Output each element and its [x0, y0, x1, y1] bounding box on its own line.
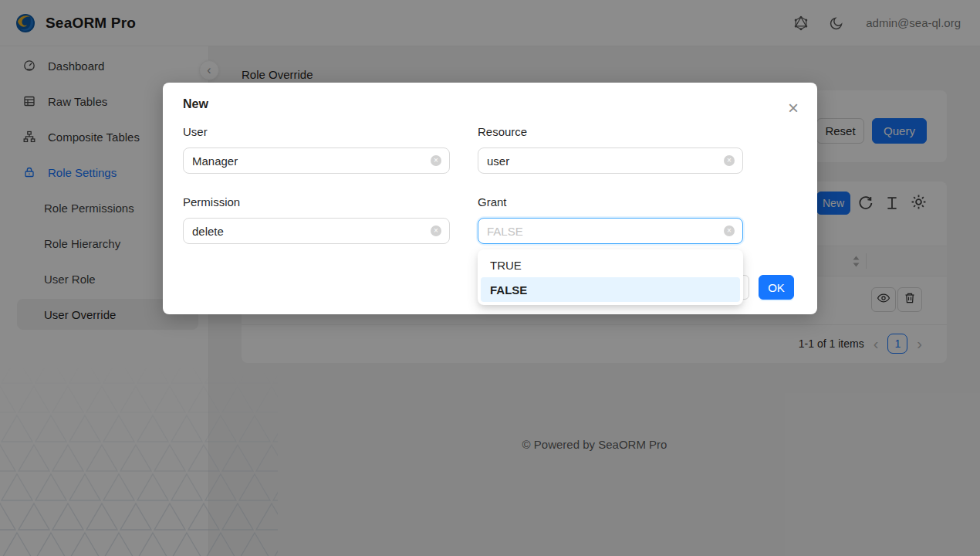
permission-field-wrap: × — [183, 218, 450, 244]
grant-field-label: Grant — [478, 195, 507, 208]
modal-title: New — [183, 97, 208, 111]
clear-circle-icon[interactable]: × — [431, 155, 441, 166]
permission-field[interactable] — [183, 218, 450, 244]
resource-field-wrap: × — [478, 147, 743, 174]
user-field[interactable] — [183, 147, 450, 174]
clear-circle-icon[interactable]: × — [431, 225, 441, 236]
user-field-wrap: × — [183, 147, 450, 174]
grant-field[interactable] — [478, 218, 743, 244]
new-record-modal: New × User Resource × × Permission Grant… — [163, 83, 817, 314]
clear-circle-icon[interactable]: × — [724, 155, 735, 166]
permission-field-label: Permission — [183, 195, 240, 208]
dropdown-option-true[interactable]: TRUE — [481, 253, 740, 277]
clear-circle-icon[interactable]: × — [724, 225, 735, 236]
resource-field[interactable] — [478, 147, 743, 174]
resource-field-label: Resource — [478, 125, 527, 138]
user-field-label: User — [183, 125, 208, 138]
close-icon[interactable]: × — [782, 97, 804, 119]
ok-button[interactable]: OK — [759, 275, 794, 300]
dropdown-option-false[interactable]: FALSE — [481, 277, 740, 302]
screen: SeaORM Pro admin@sea-ql.org — [0, 0, 980, 556]
grant-field-wrap: × — [478, 218, 743, 244]
grant-dropdown: TRUE FALSE — [478, 249, 743, 305]
